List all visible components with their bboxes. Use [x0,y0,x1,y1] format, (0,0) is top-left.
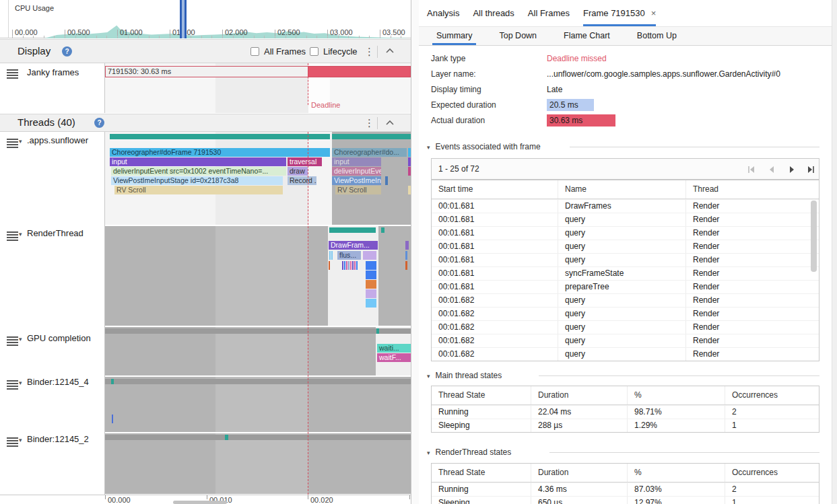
thread-state-tick [225,435,228,440]
tab-frame[interactable]: Frame 7191530× [583,0,656,26]
track-band [215,327,308,375]
event-row[interactable]: 00:01.682queryRender [432,347,819,361]
column-header: Duration [531,386,627,404]
previous-page-icon[interactable] [767,165,776,174]
trace-span-viewpostime[interactable]: ViewPostImeInputStage id=0x2187c3a8 [111,176,283,185]
main-states-section-header[interactable]: ▾Main thread states [427,371,502,380]
event-row[interactable]: 00:01.682queryRender [432,320,819,334]
drag-handle-icon[interactable] [7,380,18,389]
trace-span-waiting[interactable]: waiti... [377,344,411,353]
cell: query [558,213,685,226]
trace-span-rv-scroll-next[interactable]: RV Scroll [335,186,381,194]
close-icon[interactable]: × [651,8,657,18]
trace-span-viewpost-next[interactable]: ViewPostImeInp... [332,176,381,185]
thread-state-bar [332,134,411,139]
drag-handle-icon[interactable] [7,231,18,240]
tab-flame-chart[interactable]: Flame Chart [560,27,614,45]
tab-top-down[interactable]: Top Down [495,27,541,45]
tab-all-threads[interactable]: All threads [473,0,514,26]
events-table-scrollbar[interactable] [811,201,817,272]
trace-span-record[interactable]: Record ... [288,176,316,185]
cell: Render [685,227,819,240]
events-section-header[interactable]: ▾Events associated with frame [427,142,541,151]
cpu-usage-strip[interactable]: CPU Usage 00.00000.50001.00001.50002.000… [0,0,411,38]
event-row[interactable]: 00:01.681queryRender [432,226,819,240]
kebab-menu-icon[interactable]: ⋮ [364,117,372,129]
trace-span-waitfence[interactable]: waitF... [377,353,411,362]
tab-all-frames[interactable]: All Frames [528,0,570,26]
minor-tick [338,36,339,38]
frame-selection-marker[interactable] [180,0,187,38]
janky-frame-bar[interactable]: 7191530: 30.63 ms [105,66,308,77]
trace-span-rv-scroll[interactable]: RV Scroll [114,186,283,194]
cell: prepareTree [558,281,685,293]
event-row[interactable]: 00:01.681queryRender [432,240,819,253]
trace-span-traversal[interactable]: traversal [288,157,322,166]
event-row[interactable]: 00:01.681queryRender [432,253,819,266]
event-row[interactable]: 00:01.681syncFrameStateRender [432,266,819,280]
trace-span-input[interactable]: input [110,157,286,166]
cell: 650 µs [531,497,627,504]
trace-span[interactable] [366,280,376,289]
state-row[interactable]: Running22.04 ms98.71%2 [432,405,819,419]
kebab-menu-icon[interactable]: ⋮ [364,46,372,58]
cpu-ruler: 00.00000.50001.00001.50002.00002.50003.0… [0,0,411,38]
trace-span-deliver-next[interactable]: deliverInputEven... [332,167,381,176]
trace-span-input-next[interactable]: input [332,157,381,166]
event-row[interactable]: 00:01.682queryRender [432,334,819,347]
trace-span-drawframes[interactable]: DrawFram... [329,241,378,250]
trace-span-draw[interactable]: draw [288,167,308,176]
cell: 00:01.682 [432,294,558,307]
event-row[interactable]: 00:01.681DrawFramesRender [432,199,819,213]
trace-span[interactable] [366,261,376,270]
trace-span[interactable] [366,289,376,298]
trace-stripe [348,261,349,270]
column-header: Name [558,180,685,199]
help-icon[interactable]: ? [62,46,72,57]
first-page-icon[interactable] [747,165,756,174]
time-tick-label: 03.000 [330,28,353,36]
state-row[interactable]: Sleeping288 µs1.29%1 [432,419,819,432]
collapse-chevron-icon[interactable] [385,120,396,131]
panel-scrollbar[interactable] [832,0,837,504]
trace-sliver [405,251,407,260]
trace-panel: CPU Usage 00.00000.50001.00001.50002.000… [0,0,412,504]
state-row[interactable]: Sleeping650 µs12.97%1 [432,496,819,504]
trace-span[interactable] [363,251,376,260]
trace-span-deliver-input-event[interactable]: deliverInputEvent src=0x1002 eventTimeNa… [111,167,286,176]
display-section-header: Display ? All Frames Lifecycle ⋮ [0,39,411,63]
drag-handle-icon[interactable] [7,69,18,78]
event-row[interactable]: 00:01.682queryRender [432,293,819,307]
event-row[interactable]: 00:01.681prepareTreeRender [432,280,819,293]
minor-tick [170,36,170,38]
all-frames-checkbox[interactable] [250,47,259,56]
last-page-icon[interactable] [806,165,815,174]
panel-splitter[interactable] [411,0,419,504]
tab-analysis[interactable]: Analysis [427,0,459,26]
trace-span-choreographer[interactable]: Choreographer#doFrame 7191530 [110,148,330,157]
cell: 1 [725,419,819,432]
event-row[interactable]: 00:01.682queryRender [432,307,819,320]
header-row: Thread StateDuration%Occurrences [432,464,819,482]
next-page-icon[interactable] [787,165,797,174]
drag-handle-icon[interactable] [7,336,18,345]
tab-bottom-up[interactable]: Bottom Up [633,27,681,45]
render-states-section-header[interactable]: ▾RenderThread states [427,447,511,457]
drag-handle-icon[interactable] [7,139,18,147]
trace-span-flush[interactable]: flus... [337,251,361,260]
janky-frame-bar-overrun[interactable] [308,66,411,77]
trace-span-choreographer-next[interactable]: Choreographer#do... [332,148,407,157]
state-row[interactable]: Running4.36 ms87.03%2 [432,482,819,496]
help-icon[interactable]: ? [94,118,104,128]
trace-span[interactable] [366,271,376,279]
drag-handle-icon[interactable] [7,437,18,446]
lifecycle-checkbox[interactable] [310,47,319,56]
minor-tick [254,36,255,38]
collapse-chevron-icon[interactable] [385,48,396,59]
horizontal-scrollbar[interactable] [173,501,227,504]
tab-summary[interactable]: Summary [432,27,476,45]
minor-tick [369,36,370,38]
trace-span[interactable] [366,299,376,308]
cell: Render [685,294,819,307]
event-row[interactable]: 00:01.681queryRender [432,213,819,226]
